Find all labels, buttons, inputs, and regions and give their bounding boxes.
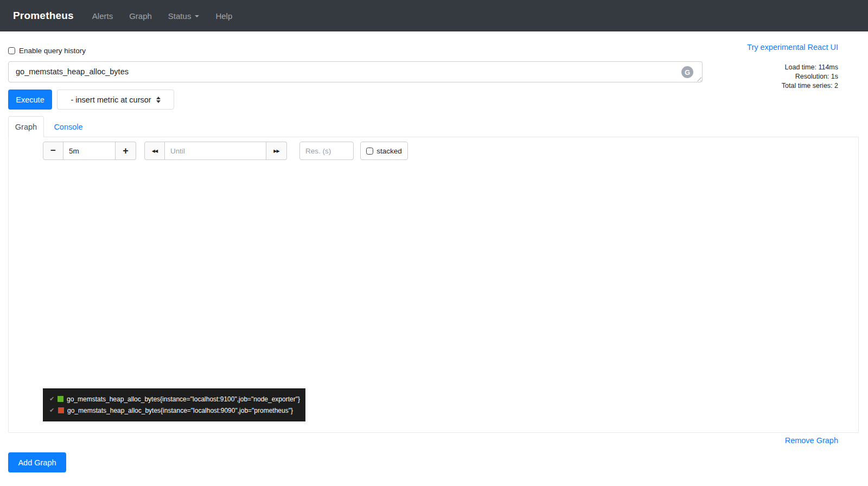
stat-total-series: Total time series: 2: [782, 81, 838, 91]
insert-metric-select-label: - insert metric at cursor: [71, 95, 151, 104]
stacked-checkbox[interactable]: [366, 148, 373, 155]
nav-item-status-label: Status: [168, 11, 192, 21]
grammarly-icon[interactable]: G: [681, 66, 693, 78]
range-increase-button[interactable]: +: [116, 142, 136, 160]
brand-prometheus[interactable]: Prometheus: [13, 10, 74, 22]
tab-graph[interactable]: Graph: [8, 116, 44, 137]
nav-item-graph-label: Graph: [129, 11, 152, 21]
range-input[interactable]: 5m: [63, 142, 116, 160]
stat-load-time: Load time: 114ms: [782, 63, 838, 72]
stat-resolution: Resolution: 1s: [782, 72, 838, 81]
select-updown-icon: [156, 97, 161, 103]
navbar: Prometheus Alerts Graph Status Help: [0, 0, 868, 31]
nav-item-alerts-label: Alerts: [92, 11, 113, 21]
insert-metric-select[interactable]: - insert metric at cursor: [57, 89, 174, 110]
react-ui-link[interactable]: Try experimental React UI: [747, 43, 838, 52]
query-stats: Load time: 114ms Resolution: 1s Total ti…: [782, 63, 838, 91]
legend-row-prometheus[interactable]: ✔ go_memstats_heap_alloc_bytes{instance=…: [49, 405, 300, 416]
legend-label: go_memstats_heap_alloc_bytes{instance="l…: [67, 407, 293, 414]
query-history-checkbox[interactable]: [8, 47, 15, 54]
query-input[interactable]: go_memstats_heap_alloc_bytes G: [8, 61, 703, 82]
step-back-button[interactable]: ◀◀: [144, 142, 165, 160]
nav-item-graph[interactable]: Graph: [129, 11, 152, 21]
check-icon: ✔: [49, 395, 58, 402]
range-decrease-button[interactable]: −: [43, 142, 63, 160]
nav-item-help-label: Help: [215, 11, 232, 21]
legend-label: go_memstats_heap_alloc_bytes{instance="l…: [67, 395, 300, 403]
step-forward-button[interactable]: ▶▶: [266, 142, 287, 160]
resize-handle-icon[interactable]: [695, 75, 701, 81]
until-input[interactable]: Until: [165, 142, 266, 160]
nav-item-status[interactable]: Status: [168, 11, 200, 21]
nav-item-alerts[interactable]: Alerts: [92, 11, 113, 21]
resolution-input[interactable]: Res. (s): [299, 142, 354, 160]
stacked-toggle[interactable]: stacked: [360, 142, 408, 160]
graph-controls: − 5m + ◀◀ Until ▶▶ Res. (s) stacked: [43, 142, 408, 160]
remove-graph-link[interactable]: Remove Graph: [785, 436, 838, 445]
series-color-swatch-red: [58, 407, 64, 413]
check-icon: ✔: [49, 407, 58, 414]
nav-item-help[interactable]: Help: [215, 11, 232, 21]
tab-console[interactable]: Console: [50, 116, 86, 137]
add-graph-button[interactable]: Add Graph: [8, 452, 66, 472]
legend-row-node-exporter[interactable]: ✔ go_memstats_heap_alloc_bytes{instance=…: [49, 393, 300, 405]
query-history-label: Enable query history: [19, 47, 86, 55]
query-history-row: Enable query history: [8, 47, 86, 55]
chart-legend: ✔ go_memstats_heap_alloc_bytes{instance=…: [43, 388, 305, 421]
execute-button[interactable]: Execute: [8, 89, 52, 110]
stacked-label: stacked: [376, 147, 402, 155]
query-text: go_memstats_heap_alloc_bytes: [16, 67, 129, 76]
series-color-swatch-green: [58, 396, 63, 402]
chevron-down-icon: [195, 15, 199, 17]
